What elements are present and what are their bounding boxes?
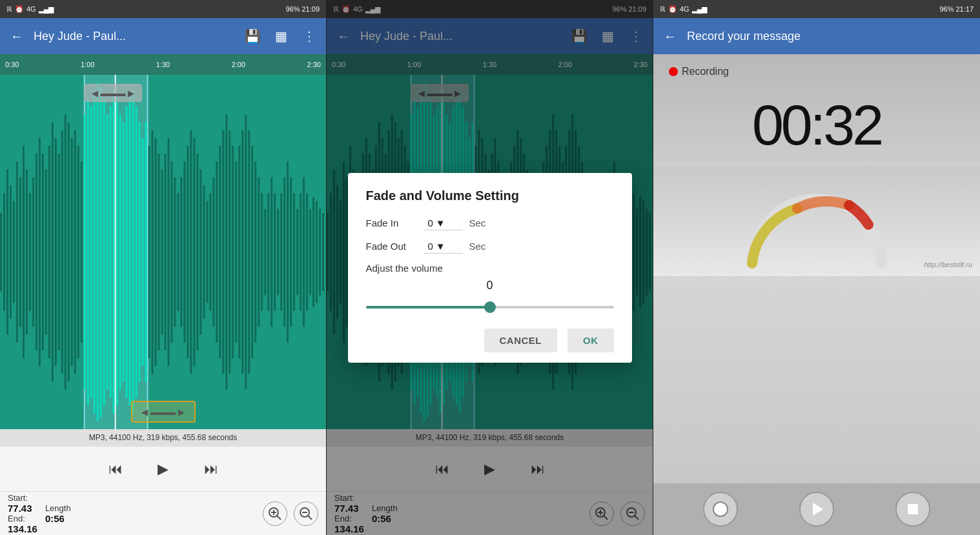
svg-rect-80 [245,114,247,390]
selection-handle-top-left[interactable]: ◀ ▬▬▬ ▶ [84,84,142,102]
svg-rect-56 [167,138,169,367]
svg-rect-59 [177,193,179,311]
slider-track [366,306,614,308]
svg-rect-53 [158,154,160,350]
svg-rect-79 [241,130,243,374]
signal-bars-right: ▂▄▆ [692,5,708,14]
status-right-right: 96% 21:17 [939,5,974,13]
signal-4g-right: 4G [680,5,689,13]
svg-rect-93 [287,161,289,343]
svg-rect-67 [203,185,205,319]
svg-rect-22 [58,154,60,350]
svg-rect-41 [119,114,121,390]
fade-in-arrow: ▼ [436,217,445,228]
zoom-in-button-left[interactable] [263,501,287,526]
start-field-left: Start: 77.43 End: 134.16 [8,493,37,534]
svg-rect-69 [209,193,211,311]
svg-rect-21 [55,138,57,367]
svg-rect-97 [300,193,301,311]
svg-rect-38 [110,106,112,398]
play-icon-right [808,500,826,518]
fade-in-label: Fade In [366,217,418,228]
selection-handle-bottom-left[interactable]: ◀ ▬▬▬ ▶ [131,401,196,423]
svg-rect-31 [87,99,89,406]
svg-rect-88 [271,177,272,327]
svg-rect-6 [6,169,8,334]
svg-rect-228 [908,504,918,514]
svg-rect-18 [45,169,47,334]
svg-line-111 [308,516,312,520]
record-button[interactable] [703,492,738,527]
svg-rect-65 [196,154,198,350]
recording-label: Recording [682,66,729,77]
back-button-right[interactable]: ← [658,25,682,48]
svg-rect-43 [126,106,128,398]
rewind-button-left[interactable]: ⏮ [101,455,130,483]
svg-rect-29 [81,161,83,343]
stop-button[interactable] [895,492,930,527]
save-icon-left[interactable]: 💾 [241,25,264,48]
status-left: ℝ ⏰ 4G ▂▄▆ [6,5,54,14]
svg-rect-95 [293,193,295,311]
zoom-out-button-left[interactable] [294,501,318,526]
slider-fill [366,306,490,308]
volume-value: 0 [366,279,614,292]
svg-rect-90 [277,208,279,295]
svg-rect-11 [23,146,25,358]
copy-icon-left[interactable]: ▦ [269,25,292,48]
svg-rect-25 [68,122,70,382]
back-button-left[interactable]: ← [5,25,28,48]
svg-rect-103 [319,208,321,295]
more-icon-left[interactable]: ⋮ [298,25,321,48]
svg-rect-8 [13,201,15,303]
svg-rect-34 [97,83,99,421]
record-timer-area: Recording 00:32 http://bestslit.ru [653,54,980,483]
alarm-icon: ⏰ [15,5,24,14]
cancel-button[interactable]: CANCEL [484,328,558,352]
watermark: http://bestslit.ru [924,261,972,268]
svg-rect-44 [129,99,131,406]
record-timer: 00:32 [752,97,881,154]
svg-rect-81 [248,130,250,374]
forward-button-left[interactable]: ⏭ [197,455,225,483]
nfc-icon-right: ℝ [660,5,666,14]
svg-rect-60 [180,177,182,327]
status-bar-right: ℝ ⏰ 4G ▂▄▆ 96% 21:17 [653,0,980,18]
svg-rect-89 [274,193,276,311]
start-label-left: Start: [8,493,37,503]
svg-rect-105 [115,75,116,429]
svg-rect-39 [113,90,115,413]
info-text-left: MP3, 44100 Hz, 319 kbps, 455.68 seconds [89,433,237,442]
svg-rect-12 [26,169,28,334]
play-button-right[interactable] [799,492,834,527]
zoom-out-icon-left [299,507,313,521]
svg-rect-58 [174,177,176,327]
level-meter-svg [733,170,901,273]
fade-out-arrow: ▼ [436,241,445,252]
dialog-box: Fade and Volume Setting Fade In 0 ▼ Sec … [348,173,632,363]
end-value-left: 134.16 [8,523,37,534]
svg-rect-42 [123,122,125,382]
fade-in-dropdown[interactable]: 0 ▼ [424,216,463,230]
nfc-icon: ℝ [6,5,12,14]
alarm-icon-right: ⏰ [668,5,677,14]
svg-rect-32 [90,106,92,398]
status-bar-left: ℝ ⏰ 4G ▂▄▆ 96% 21:09 [0,0,326,18]
svg-rect-26 [71,138,73,367]
fade-out-dropdown[interactable]: 0 ▼ [424,239,463,254]
tl-label-0: 0:30 [5,61,19,68]
slider-thumb[interactable] [484,301,496,313]
svg-rect-92 [283,177,285,327]
fade-in-value: 0 [428,217,433,228]
svg-rect-66 [199,169,201,334]
svg-rect-84 [258,177,260,327]
svg-rect-35 [100,86,102,417]
svg-rect-101 [312,197,314,307]
svg-rect-72 [219,146,221,358]
battery-pct: 96% [285,5,300,13]
svg-rect-75 [229,130,230,374]
battery-pct-right: 96% [939,5,954,13]
tl-label-1: 1:00 [81,61,94,68]
play-button-left[interactable]: ▶ [149,455,178,483]
ok-button[interactable]: OK [567,328,614,352]
